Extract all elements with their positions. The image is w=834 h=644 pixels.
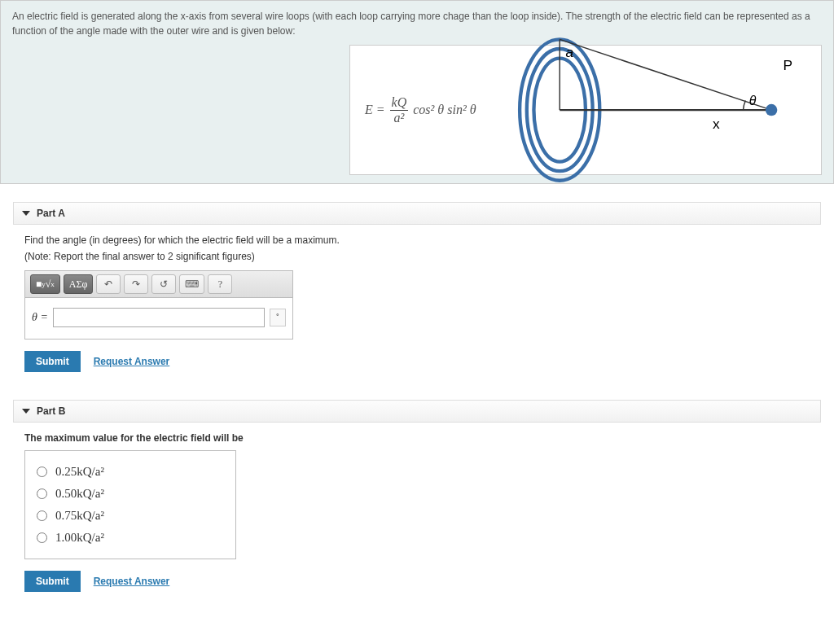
mc-option-4[interactable]: 1.00kQ/a²	[37, 527, 224, 549]
help-button[interactable]: ?	[208, 274, 232, 294]
part-b-header[interactable]: Part B	[13, 400, 821, 423]
request-answer-link[interactable]: Request Answer	[94, 356, 170, 367]
part-b-submit-row: Submit Request Answer	[24, 571, 810, 592]
multiple-choice-box: 0.25kQ/a² 0.50kQ/a² 0.75kQ/a² 1.00kQ/a²	[24, 450, 236, 559]
mc-option-3[interactable]: 0.75kQ/a²	[37, 505, 224, 527]
keyboard-button[interactable]: ⌨	[179, 274, 204, 294]
part-a-note: (Note: Report the final answer to 2 sign…	[24, 251, 810, 262]
input-row: θ = ∘	[25, 298, 292, 339]
loop-diagram: a P θ x	[501, 28, 806, 192]
chevron-down-icon	[22, 211, 30, 216]
part-b-title: Part B	[37, 405, 65, 417]
part-a-submit-row: Submit Request Answer	[24, 351, 810, 372]
label-a: a	[565, 44, 573, 60]
label-p: P	[783, 57, 792, 73]
theta-equals-label: θ =	[32, 311, 48, 324]
eq-fraction: kQ a²	[390, 95, 409, 125]
label-x: x	[712, 116, 719, 132]
part-a-body: Find the angle (in degrees) for which th…	[13, 225, 821, 382]
part-b: Part B The maximum value for the electri…	[0, 400, 834, 602]
part-b-prompt: The maximum value for the electric field…	[24, 432, 810, 444]
figure-box: E = kQ a² cos² θ sin² θ a	[349, 45, 822, 175]
request-answer-link[interactable]: Request Answer	[94, 576, 170, 587]
figure-row: E = kQ a² cos² θ sin² θ a	[12, 45, 822, 175]
templates-button[interactable]: ■y√x	[30, 274, 60, 294]
undo-button[interactable]: ↶	[96, 274, 121, 294]
part-a-prompt: Find the angle (in degrees) for which th…	[24, 234, 810, 246]
part-b-body: The maximum value for the electric field…	[13, 423, 821, 602]
chevron-down-icon	[22, 409, 30, 414]
angle-input[interactable]	[53, 308, 265, 327]
radio-option-3[interactable]	[37, 510, 47, 521]
part-a-title: Part A	[37, 208, 65, 219]
mc-option-1[interactable]: 0.25kQ/a²	[37, 461, 224, 483]
answer-input-box: ■y√x ΑΣφ ↶ ↷ ↺ ⌨ ? θ = ∘	[24, 270, 293, 340]
eq-lhs: E =	[365, 100, 385, 120]
svg-point-6	[765, 104, 776, 116]
reset-button[interactable]: ↺	[151, 274, 176, 294]
radio-option-1[interactable]	[37, 467, 47, 477]
submit-button[interactable]: Submit	[24, 571, 81, 592]
mc-option-2[interactable]: 0.50kQ/a²	[37, 483, 224, 505]
part-a: Part A Find the angle (in degrees) for w…	[0, 202, 834, 382]
part-a-header[interactable]: Part A	[13, 202, 821, 225]
radio-option-4[interactable]	[37, 532, 47, 543]
problem-intro: An electric field is generated along the…	[0, 0, 834, 184]
equation-toolbar: ■y√x ΑΣφ ↶ ↷ ↺ ⌨ ?	[25, 271, 292, 298]
submit-button[interactable]: Submit	[24, 351, 81, 372]
eq-rhs: cos² θ sin² θ	[413, 100, 476, 120]
label-theta: θ	[748, 94, 756, 107]
equation: E = kQ a² cos² θ sin² θ	[365, 95, 476, 125]
redo-button[interactable]: ↷	[124, 274, 148, 294]
greek-button[interactable]: ΑΣφ	[64, 274, 94, 294]
degree-unit: ∘	[270, 309, 286, 326]
radio-option-2[interactable]	[37, 488, 47, 499]
